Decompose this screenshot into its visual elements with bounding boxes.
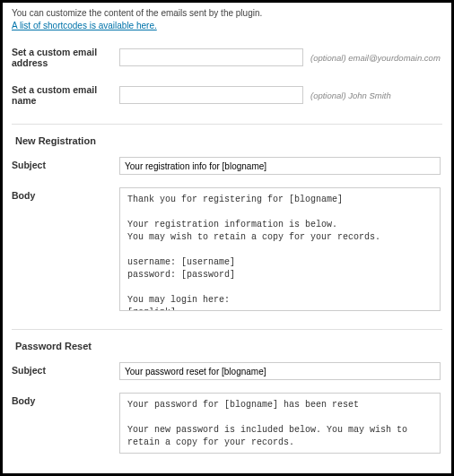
divider [12, 124, 442, 125]
pwd-reset-subject-input[interactable] [119, 362, 441, 380]
custom-email-name-hint: (optional) John Smith [310, 91, 391, 100]
pwd-reset-subject-row: Subject [12, 362, 442, 380]
custom-email-name-row: Set a custom email name (optional) John … [12, 84, 442, 106]
intro-text: You can customize the content of the ema… [12, 8, 442, 18]
custom-email-address-label: Set a custom email address [12, 47, 119, 68]
custom-email-address-row: Set a custom email address (optional) em… [12, 47, 442, 68]
custom-email-name-input[interactable] [119, 86, 303, 104]
section-title-new-registration: New Registration [15, 135, 442, 146]
new-reg-subject-input[interactable] [119, 157, 441, 175]
new-reg-subject-label: Subject [12, 157, 119, 170]
custom-email-address-hint: (optional) email@yourdomain.com [310, 53, 441, 63]
custom-email-name-label: Set a custom email name [12, 84, 119, 106]
pwd-reset-subject-label: Subject [12, 362, 119, 376]
pwd-reset-body-textarea[interactable] [119, 393, 441, 454]
new-reg-subject-row: Subject [12, 157, 442, 175]
pwd-reset-body-row: Body [12, 393, 442, 454]
custom-email-address-input[interactable] [119, 48, 303, 66]
new-reg-body-textarea[interactable] [119, 187, 441, 311]
new-reg-body-label: Body [12, 187, 119, 201]
shortcodes-link[interactable]: A list of shortcodes is available here. [12, 21, 157, 30]
section-title-password-reset: Password Reset [15, 341, 442, 351]
divider [12, 329, 442, 330]
new-reg-body-row: Body [12, 187, 442, 311]
pwd-reset-body-label: Body [12, 393, 119, 406]
